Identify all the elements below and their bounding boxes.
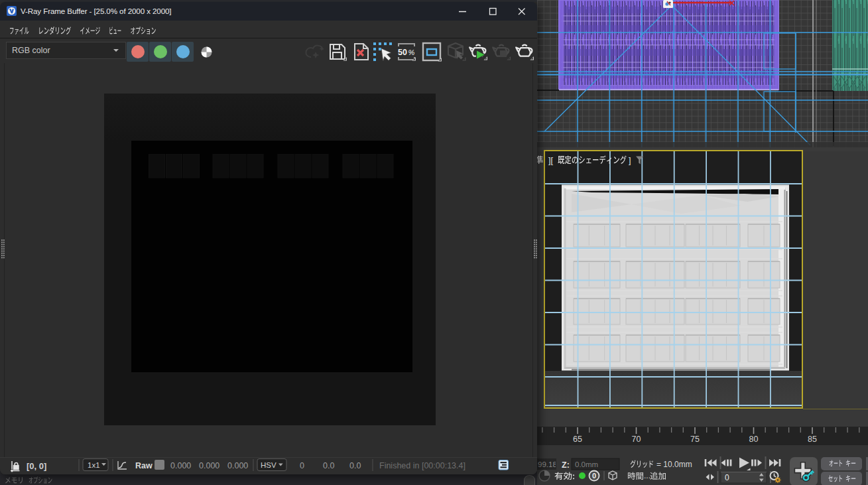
svg-text:65: 65: [573, 435, 582, 444]
svg-text:0.000: 0.000: [227, 461, 248, 470]
svg-text:70: 70: [632, 435, 641, 444]
svg-text:0: 0: [725, 473, 729, 482]
svg-text:0.0mm: 0.0mm: [575, 460, 598, 468]
svg-text:Raw: Raw: [135, 461, 153, 470]
svg-text:0.000: 0.000: [170, 461, 191, 470]
svg-text:0.0: 0.0: [323, 461, 334, 470]
svg-text:80: 80: [749, 435, 759, 444]
svg-text:...: ...: [644, 471, 651, 480]
svg-text:0: 0: [592, 472, 596, 480]
svg-text:%: %: [408, 48, 415, 56]
svg-text:Z:: Z:: [562, 460, 570, 470]
svg-text:50: 50: [398, 48, 407, 57]
svg-text:][: ][: [548, 156, 553, 165]
svg-text:85: 85: [808, 435, 817, 444]
svg-text:0.0: 0.0: [349, 461, 361, 470]
svg-text:0.000: 0.000: [199, 461, 219, 470]
svg-text:75: 75: [690, 435, 700, 444]
svg-text:1x1: 1x1: [88, 461, 100, 469]
svg-text:= 10.0mm: = 10.0mm: [656, 460, 692, 469]
svg-text:99.18m: 99.18m: [538, 460, 563, 468]
svg-text:]: ]: [629, 156, 631, 165]
svg-text:0: 0: [300, 461, 304, 470]
svg-text:HSV: HSV: [261, 461, 277, 469]
svg-text:Finished in [00:00:13.4]: Finished in [00:00:13.4]: [379, 461, 465, 470]
svg-text:[0, 0]: [0, 0]: [27, 461, 46, 471]
